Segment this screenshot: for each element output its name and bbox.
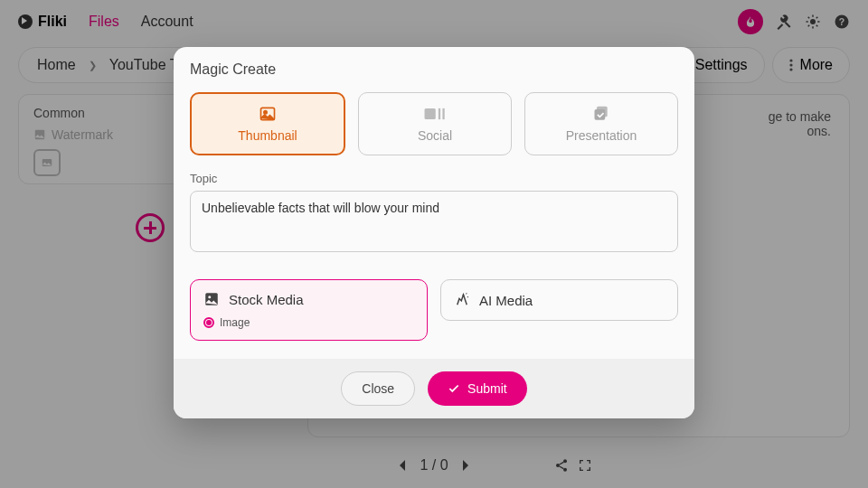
format-thumbnail[interactable]: Thumbnail: [190, 92, 345, 155]
radio-on-icon: [203, 317, 214, 328]
submit-label: Submit: [467, 381, 507, 396]
ai-media-icon: [454, 292, 470, 308]
media-ai-label: AI Media: [479, 293, 533, 308]
media-ai[interactable]: AI Media: [440, 279, 678, 321]
svg-point-19: [208, 296, 211, 298]
svg-rect-17: [595, 109, 606, 120]
media-stock[interactable]: Stock Media Image: [190, 279, 428, 341]
topic-input[interactable]: [190, 191, 678, 252]
svg-rect-14: [439, 108, 440, 119]
thumbnail-icon: [256, 105, 279, 123]
format-social-label: Social: [418, 128, 452, 143]
format-thumbnail-label: Thumbnail: [238, 128, 297, 143]
media-row: Stock Media Image AI Media: [190, 279, 678, 341]
svg-rect-13: [425, 108, 436, 119]
modal-title: Magic Create: [174, 47, 694, 85]
format-presentation-label: Presentation: [566, 128, 637, 143]
modal-overlay: Magic Create Thumbnail Social Presentati…: [0, 0, 868, 488]
format-social[interactable]: Social: [358, 92, 512, 155]
close-button[interactable]: Close: [341, 371, 415, 406]
magic-create-modal: Magic Create Thumbnail Social Presentati…: [174, 47, 694, 418]
media-image-label: Image: [220, 316, 250, 329]
submit-button[interactable]: Submit: [428, 371, 527, 406]
svg-point-12: [264, 111, 267, 114]
presentation-icon: [590, 105, 613, 123]
check-icon: [448, 382, 460, 395]
stock-media-icon: [203, 291, 220, 307]
format-presentation[interactable]: Presentation: [524, 92, 678, 155]
social-icon: [423, 105, 447, 123]
media-stock-label: Stock Media: [229, 292, 304, 307]
svg-rect-15: [442, 108, 444, 119]
topic-label: Topic: [190, 172, 678, 185]
modal-footer: Close Submit: [174, 359, 694, 418]
media-image-option[interactable]: Image: [203, 316, 414, 329]
modal-body: Thumbnail Social Presentation Topic Sto: [174, 85, 694, 359]
format-row: Thumbnail Social Presentation: [190, 92, 678, 155]
